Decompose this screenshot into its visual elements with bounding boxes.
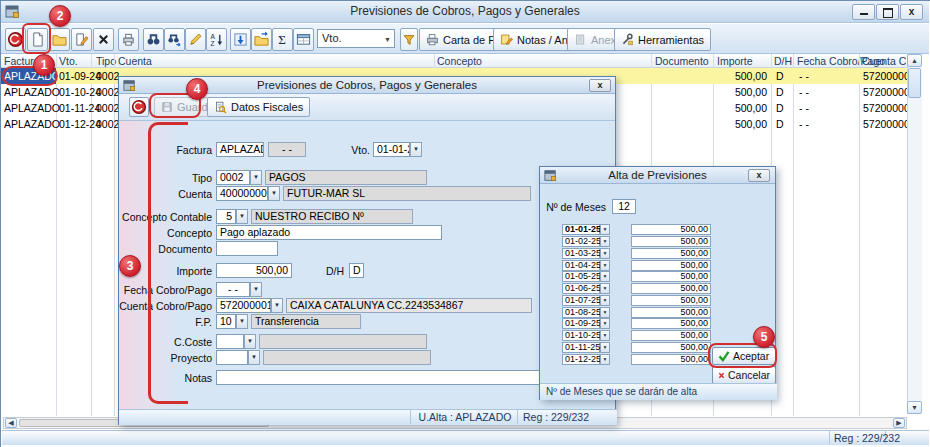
scroll-left-button[interactable]: ◀ xyxy=(5,418,17,428)
month-date-field[interactable]: 01-08-25 xyxy=(562,307,600,318)
month-value-field[interactable]: 500,00 xyxy=(631,295,711,306)
dialog-exit-button[interactable] xyxy=(129,97,149,117)
col-importe[interactable]: Importe xyxy=(717,54,753,68)
tipo-field[interactable]: 0002 xyxy=(216,170,250,185)
col-documento[interactable]: Documento xyxy=(655,54,709,68)
month-value-field[interactable]: 500,00 xyxy=(631,330,711,341)
print-button[interactable] xyxy=(118,28,139,51)
col-cuenta[interactable]: Cuenta xyxy=(118,54,152,68)
col-dh[interactable]: D/H xyxy=(774,54,792,68)
open-button[interactable] xyxy=(49,28,70,51)
month-value-field[interactable]: 500,00 xyxy=(631,260,711,271)
tipo-dropdown-button[interactable]: ▼ xyxy=(250,170,262,185)
cell-vto[interactable]: 01-11-24 xyxy=(59,100,100,116)
sum-button[interactable]: Σ xyxy=(272,28,293,51)
cell-vto[interactable]: 01-12-24 xyxy=(59,116,101,132)
cell-factura[interactable]: APLAZADO xyxy=(4,116,60,132)
cell-fecha[interactable]: - - xyxy=(799,68,809,84)
download-button[interactable] xyxy=(230,28,251,51)
close-button[interactable]: x xyxy=(900,4,923,20)
cell-fecha[interactable]: - - xyxy=(799,100,809,116)
notas-field[interactable] xyxy=(216,370,561,385)
month-value-field[interactable]: 500,00 xyxy=(631,248,711,259)
cuenta-dropdown-button[interactable]: ▼ xyxy=(268,186,280,201)
ccoste-field[interactable] xyxy=(216,334,244,349)
month-value-field[interactable]: 500,00 xyxy=(631,318,711,329)
month-value-field[interactable]: 500,00 xyxy=(631,354,711,365)
cell-tipo[interactable]: 0002 xyxy=(96,68,119,84)
month-dropdown-button[interactable]: ▼ xyxy=(600,307,610,318)
dialog-close-button[interactable]: x xyxy=(589,79,611,92)
cell-importe[interactable]: 500,00 xyxy=(701,100,767,116)
vto-field[interactable]: 01-01-25 xyxy=(373,142,410,157)
month-dropdown-button[interactable]: ▼ xyxy=(600,236,610,247)
cell-fecha[interactable]: - - xyxy=(799,116,809,132)
herramientas-button[interactable]: Herramientas xyxy=(614,28,711,51)
fecha-dropdown-button[interactable]: ▼ xyxy=(250,282,262,297)
cell-fecha[interactable]: - - xyxy=(799,84,809,100)
month-date-field[interactable]: 01-11-25 xyxy=(562,342,600,353)
month-date-field[interactable]: 01-06-25 xyxy=(562,283,600,294)
month-value-field[interactable]: 500,00 xyxy=(631,236,711,247)
scroll-down-button[interactable]: ▼ xyxy=(907,401,922,414)
grid-view-button[interactable] xyxy=(293,28,314,51)
cell-importe[interactable]: 500,00 xyxy=(701,116,767,132)
month-date-field[interactable]: 01-02-25 xyxy=(562,236,600,247)
concepto-contable-field[interactable]: 5 xyxy=(216,209,236,224)
cancelar-button[interactable]: Cancelar xyxy=(712,366,776,384)
col-concepto[interactable]: Concepto xyxy=(437,54,482,68)
cuenta-cobro-pago-field[interactable]: 572000001 xyxy=(216,298,271,313)
month-value-field[interactable]: 500,00 xyxy=(631,283,711,294)
month-dropdown-button[interactable]: ▼ xyxy=(600,318,610,329)
concepto-field[interactable]: Pago aplazado xyxy=(216,225,442,240)
fecha-cobro-pago-field[interactable]: - - xyxy=(216,282,250,297)
cell-dh[interactable]: D xyxy=(776,116,784,132)
month-date-field[interactable]: 01-04-25 xyxy=(562,260,600,271)
cell-factura[interactable]: APLAZADO xyxy=(4,84,60,100)
search-next-button[interactable] xyxy=(164,28,185,51)
fp-field[interactable]: 10 xyxy=(216,314,236,329)
cell-tipo[interactable]: 0002 xyxy=(96,100,119,116)
cell-tipo[interactable]: 0002 xyxy=(96,84,119,100)
dh-field[interactable]: D xyxy=(349,263,364,278)
month-date-field[interactable]: 01-12-25 xyxy=(562,354,600,365)
proyecto-field[interactable] xyxy=(216,350,248,365)
month-date-field[interactable]: 01-09-25 xyxy=(562,318,600,329)
month-value-field[interactable]: 500,00 xyxy=(631,342,711,353)
month-value-field[interactable]: 500,00 xyxy=(631,224,711,235)
month-date-field[interactable]: 01-05-25 xyxy=(562,271,600,282)
ccoste-dropdown-button[interactable]: ▼ xyxy=(244,334,256,349)
cell-factura[interactable]: APLAZADO xyxy=(4,100,60,116)
cell-importe[interactable]: 500,00 xyxy=(701,68,767,84)
month-dropdown-button[interactable]: ▼ xyxy=(600,260,610,271)
cell-dh[interactable]: D xyxy=(776,84,784,100)
month-date-field[interactable]: 01-03-25 xyxy=(562,248,600,259)
cell-vto[interactable]: 01-10-24 xyxy=(59,84,101,100)
month-dropdown-button[interactable]: ▼ xyxy=(600,354,610,365)
concepto-contable-dropdown-button[interactable]: ▼ xyxy=(236,209,248,224)
proyecto-dropdown-button[interactable]: ▼ xyxy=(248,350,260,365)
month-dropdown-button[interactable]: ▼ xyxy=(600,342,610,353)
month-date-field[interactable]: 01-07-25 xyxy=(562,295,600,306)
fp-dropdown-button[interactable]: ▼ xyxy=(236,314,248,329)
cell-dh[interactable]: D xyxy=(776,100,784,116)
search-button[interactable] xyxy=(143,28,164,51)
month-dropdown-button[interactable]: ▼ xyxy=(600,330,610,341)
sort-button[interactable]: AZ xyxy=(206,28,227,51)
maximize-button[interactable] xyxy=(876,4,899,20)
vto-dropdown-button[interactable]: ▼ xyxy=(410,142,422,157)
month-value-field[interactable]: 500,00 xyxy=(631,271,711,282)
vertical-scroll-thumb[interactable] xyxy=(908,68,921,98)
month-dropdown-button[interactable]: ▼ xyxy=(600,283,610,294)
col-vto[interactable]: Vto. xyxy=(59,54,78,68)
documento-field[interactable] xyxy=(216,241,278,256)
month-date-field[interactable]: 01-01-25 xyxy=(562,224,600,235)
datos-fiscales-button[interactable]: Datos Fiscales xyxy=(207,97,310,117)
month-date-field[interactable]: 01-10-25 xyxy=(562,330,600,341)
cell-vto[interactable]: 01-09-24 xyxy=(59,68,101,84)
edit-button[interactable] xyxy=(71,28,92,51)
meses-field[interactable]: 12 xyxy=(612,199,636,214)
vertical-scrollbar[interactable] xyxy=(907,54,922,414)
cell-importe[interactable]: 500,00 xyxy=(701,84,767,100)
factura-field[interactable]: APLAZADO xyxy=(216,142,264,157)
